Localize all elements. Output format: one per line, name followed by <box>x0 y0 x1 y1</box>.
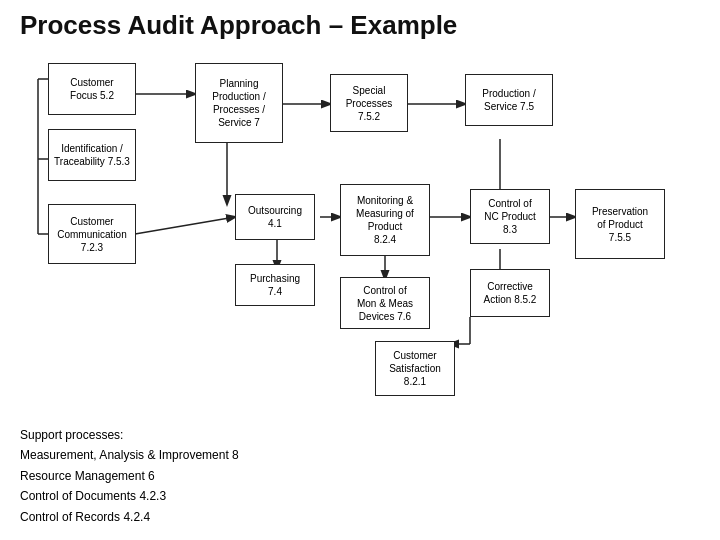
support-item-3: Control of Documents 4.2.3 <box>20 486 700 506</box>
box-corrective: Corrective Action 8.5.2 <box>470 269 550 317</box>
box-identification: Identification / Traceability 7.5.3 <box>48 129 136 181</box>
box-purchasing: Purchasing 7.4 <box>235 264 315 306</box>
box-production: Production / Service 7.5 <box>465 74 553 126</box>
box-planning: Planning Production / Processes / Servic… <box>195 63 283 143</box>
box-special: Special Processes 7.5.2 <box>330 74 408 132</box>
svg-line-17 <box>135 217 235 234</box>
diagram-area: Customer Focus 5.2 Identification / Trac… <box>20 49 700 419</box>
box-customer-focus: Customer Focus 5.2 <box>48 63 136 115</box>
page-title: Process Audit Approach – Example <box>20 10 700 41</box>
box-control-mon: Control of Mon & Meas Devices 7.6 <box>340 277 430 329</box>
support-item-2: Resource Management 6 <box>20 466 700 486</box>
box-outsourcing: Outsourcing 4.1 <box>235 194 315 240</box>
box-control-nc: Control of NC Product 8.3 <box>470 189 550 244</box>
box-customer-sat: Customer Satisfaction 8.2.1 <box>375 341 455 396</box>
support-title: Support processes: <box>20 425 700 445</box>
support-item-1: Measurement, Analysis & Improvement 8 <box>20 445 700 465</box>
page: Process Audit Approach – Example <box>0 0 720 540</box>
box-customer-comm: Customer Communication 7.2.3 <box>48 204 136 264</box>
box-monitoring: Monitoring & Measuring of Product 8.2.4 <box>340 184 430 256</box>
support-item-4: Control of Records 4.2.4 <box>20 507 700 527</box>
support-section: Support processes: Measurement, Analysis… <box>20 425 700 527</box>
box-preservation: Preservation of Product 7.5.5 <box>575 189 665 259</box>
